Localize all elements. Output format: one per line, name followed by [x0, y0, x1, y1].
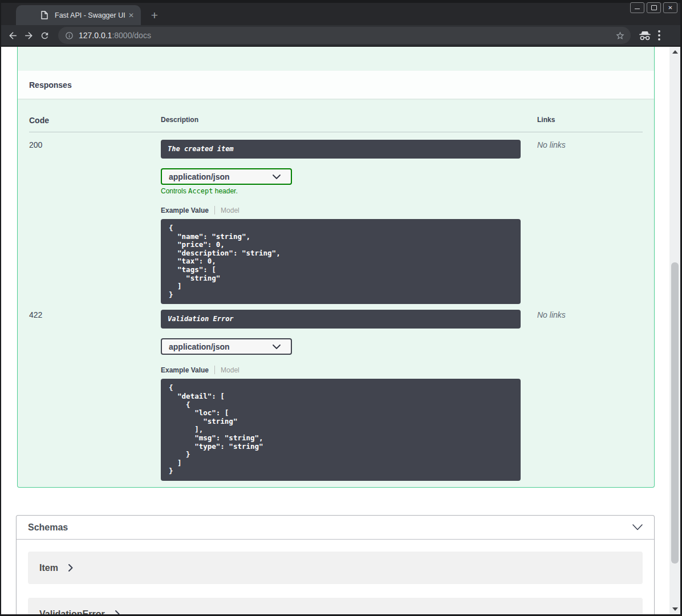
schemas-section: Schemas Item ValidationError [16, 515, 655, 614]
response-description-banner: Validation Error [161, 310, 521, 329]
tabs-divider [214, 206, 215, 214]
response-links: No links [537, 310, 643, 487]
incognito-icon [639, 31, 651, 40]
window-border-left [0, 0, 1, 616]
example-model-tabs: Example Value Model [161, 366, 537, 374]
scrollbar-down-arrow-icon[interactable] [672, 607, 678, 611]
example-model-tabs: Example Value Model [161, 206, 537, 214]
schemas-header[interactable]: Schemas [17, 516, 654, 540]
response-row-422: 422 Validation Error application/json Ex… [29, 310, 643, 487]
back-button[interactable] [5, 27, 21, 43]
controls-accept-note: Controls Accept header. [161, 187, 537, 195]
bookmark-star-icon[interactable] [615, 31, 625, 40]
responses-opblock: Responses Code Description Links 200 The… [17, 47, 655, 488]
forward-arrow-icon [23, 30, 34, 41]
chevron-right-icon[interactable] [68, 564, 73, 572]
media-type-select[interactable]: application/json [161, 338, 292, 355]
chevron-down-icon [273, 175, 281, 179]
url-host: 127.0.0.1 [79, 31, 112, 40]
tab-model[interactable]: Model [221, 366, 239, 374]
url-text[interactable]: 127.0.0.1:8000/docs [79, 31, 615, 40]
browser-menu-button[interactable] [658, 30, 660, 40]
column-header-code: Code [29, 116, 161, 125]
close-button[interactable]: ✕ [663, 2, 677, 13]
address-bar[interactable]: 127.0.0.1:8000/docs [58, 27, 631, 44]
opblock-spacer [18, 47, 654, 71]
maximize-icon [651, 5, 657, 10]
response-description-cell: The created item application/json Contro… [161, 140, 537, 310]
schemas-body: Item ValidationError [17, 540, 654, 614]
accept-note-suffix: header. [213, 187, 237, 195]
column-header-links: Links [537, 116, 643, 125]
media-type-value: application/json [169, 342, 230, 351]
browser-tab[interactable]: Fast API - Swagger UI ✕ [16, 5, 141, 25]
response-description-cell: Validation Error application/json Exampl… [161, 310, 537, 487]
url-path: :8000/docs [112, 31, 151, 40]
minimize-icon [635, 9, 640, 9]
schemas-title: Schemas [28, 522, 68, 533]
page-favicon-icon [41, 11, 48, 19]
new-tab-button[interactable]: + [147, 8, 162, 23]
browser-toolbar: 127.0.0.1:8000/docs [0, 25, 682, 47]
response-description-banner: The created item [161, 140, 521, 159]
response-code: 422 [29, 310, 161, 487]
example-json-block: { "detail": [ { "loc": [ "string" ], "ms… [161, 379, 521, 481]
example-json-block: { "name": "string", "price": 0, "descrip… [161, 219, 521, 304]
tab-example-value[interactable]: Example Value [161, 366, 209, 374]
response-code: 200 [29, 140, 161, 310]
tab-close-icon[interactable]: ✕ [128, 12, 134, 19]
column-header-description: Description [161, 116, 537, 125]
forward-button[interactable] [21, 27, 36, 43]
reload-button[interactable] [36, 27, 52, 43]
responses-table: Code Description Links 200 The created i… [18, 99, 654, 487]
model-name: ValidationError [39, 609, 105, 615]
tab-title: Fast API - Swagger UI [55, 11, 128, 19]
kebab-menu-icon [658, 30, 660, 40]
browser-titlebar: Fast API - Swagger UI ✕ + ✕ [0, 0, 682, 25]
responses-section-header: Responses [18, 71, 654, 99]
media-type-value: application/json [169, 172, 230, 181]
back-arrow-icon [7, 30, 18, 41]
responses-table-header: Code Description Links [29, 116, 643, 132]
accept-note-code: Accept [188, 187, 213, 195]
tab-model[interactable]: Model [221, 206, 239, 214]
chevron-down-icon[interactable] [632, 524, 643, 530]
close-icon: ✕ [668, 5, 672, 11]
model-name: Item [39, 563, 58, 573]
titlebar-top-strip [0, 0, 682, 3]
response-links: No links [537, 140, 643, 310]
site-info-icon[interactable] [65, 31, 74, 40]
minimize-button[interactable] [630, 2, 644, 13]
chevron-down-icon [273, 345, 281, 349]
scrollbar-thumb[interactable] [671, 262, 679, 564]
chevron-right-icon[interactable] [115, 610, 120, 614]
responses-title: Responses [29, 80, 72, 90]
response-row-200: 200 The created item application/json Co… [29, 132, 643, 310]
page-scrollbar[interactable] [669, 47, 680, 614]
media-type-select[interactable]: application/json [161, 168, 292, 185]
page-content: Responses Code Description Links 200 The… [0, 47, 682, 614]
scrollbar-up-arrow-icon[interactable] [672, 50, 678, 54]
tab-example-value[interactable]: Example Value [161, 206, 209, 214]
schema-model-item[interactable]: Item [28, 552, 643, 584]
tabs-divider [214, 366, 215, 374]
schema-model-validationerror[interactable]: ValidationError [28, 598, 643, 614]
accept-note-prefix: Controls [161, 187, 188, 195]
window-controls: ✕ [630, 2, 677, 13]
reload-icon [40, 31, 50, 40]
maximize-button[interactable] [647, 2, 661, 13]
